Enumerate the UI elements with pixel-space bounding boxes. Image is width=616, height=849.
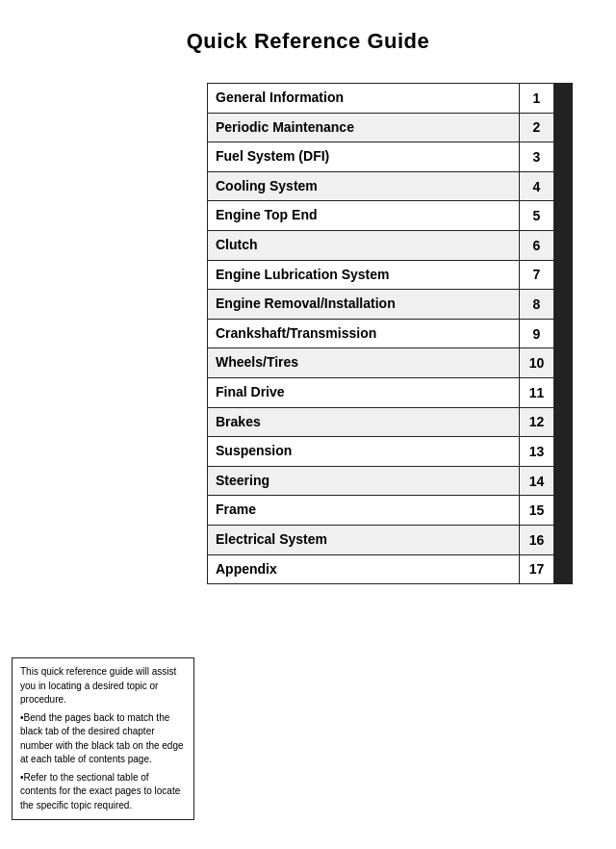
toc-item-number: 17: [520, 555, 554, 584]
toc-item-number: 10: [520, 348, 554, 377]
toc-item-label: Periodic Maintenance: [208, 114, 520, 142]
toc-item-number: 7: [520, 261, 554, 290]
toc-item-tab: [554, 114, 572, 142]
toc-item-label: Wheels/Tires: [208, 348, 520, 377]
toc-item-label: Cooling System: [208, 172, 520, 201]
toc-item-number: 6: [520, 231, 554, 260]
note-bullet1: •Bend the pages back to match the black …: [20, 711, 186, 767]
table-row: Periodic Maintenance2: [207, 113, 573, 142]
toc-item-tab: [554, 84, 572, 113]
page-title: Quick Reference Guide: [0, 0, 616, 73]
note-bullet2: •Refer to the sectional table of content…: [20, 771, 186, 813]
toc-item-tab: [554, 172, 572, 201]
toc-item-tab: [554, 408, 572, 437]
toc-item-number: 15: [520, 496, 554, 525]
table-row: Clutch6: [207, 230, 573, 260]
toc-item-number: 9: [520, 320, 554, 348]
table-row: Engine Removal/Installation8: [207, 289, 573, 319]
toc-item-label: Fuel System (DFI): [208, 142, 520, 171]
table-row: Frame15: [207, 495, 573, 525]
toc-item-tab: [554, 348, 572, 377]
table-row: Wheels/Tires10: [207, 347, 573, 377]
toc-item-label: Appendix: [208, 555, 520, 584]
toc-item-tab: [554, 555, 572, 584]
toc-item-tab: [554, 467, 572, 496]
toc-item-tab: [554, 378, 572, 407]
toc-item-tab: [554, 261, 572, 290]
toc-item-number: 14: [520, 467, 554, 496]
table-row: Cooling System4: [207, 171, 573, 201]
toc-item-number: 1: [520, 84, 554, 113]
table-of-contents: General Information1Periodic Maintenance…: [207, 83, 573, 584]
toc-item-label: Engine Lubrication System: [208, 261, 520, 290]
toc-item-tab: [554, 201, 572, 230]
table-row: Steering14: [207, 466, 573, 496]
toc-item-label: Engine Top End: [208, 201, 520, 230]
toc-item-number: 5: [520, 201, 554, 230]
toc-item-tab: [554, 320, 572, 348]
toc-item-tab: [554, 290, 572, 319]
toc-item-tab: [554, 231, 572, 260]
toc-item-number: 4: [520, 172, 554, 201]
toc-item-number: 3: [520, 142, 554, 171]
note-box: This quick reference guide will assist y…: [12, 657, 194, 820]
toc-item-tab: [554, 142, 572, 171]
table-row: Engine Lubrication System7: [207, 260, 573, 290]
toc-item-label: Steering: [208, 467, 520, 496]
toc-item-label: Final Drive: [208, 378, 520, 407]
toc-item-label: Clutch: [208, 231, 520, 260]
toc-item-label: Crankshaft/Transmission: [208, 320, 520, 348]
toc-item-number: 2: [520, 114, 554, 142]
table-row: General Information1: [207, 83, 573, 113]
toc-item-number: 11: [520, 378, 554, 407]
toc-item-label: Electrical System: [208, 526, 520, 554]
table-row: Engine Top End5: [207, 200, 573, 230]
toc-item-number: 13: [520, 437, 554, 466]
toc-item-label: Frame: [208, 496, 520, 525]
table-row: Final Drive11: [207, 377, 573, 407]
table-row: Crankshaft/Transmission9: [207, 319, 573, 348]
table-row: Appendix17: [207, 554, 573, 585]
table-row: Electrical System16: [207, 525, 573, 554]
toc-item-label: Engine Removal/Installation: [208, 290, 520, 319]
table-row: Suspension13: [207, 436, 573, 466]
toc-item-label: Brakes: [208, 408, 520, 437]
toc-item-number: 12: [520, 408, 554, 437]
table-row: Fuel System (DFI)3: [207, 142, 573, 171]
toc-item-tab: [554, 526, 572, 554]
toc-item-tab: [554, 437, 572, 466]
toc-item-tab: [554, 496, 572, 525]
toc-item-label: General Information: [208, 84, 520, 113]
note-intro: This quick reference guide will assist y…: [20, 665, 186, 708]
toc-item-number: 8: [520, 290, 554, 319]
table-row: Brakes12: [207, 407, 573, 437]
toc-item-label: Suspension: [208, 437, 520, 466]
toc-item-number: 16: [520, 526, 554, 554]
